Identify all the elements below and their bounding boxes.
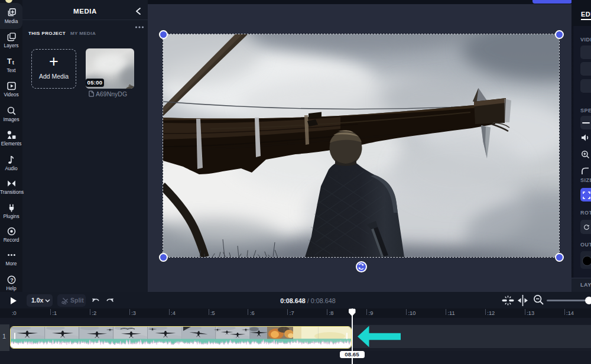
svg-text:t: t [12,59,14,66]
svg-text:?: ? [10,277,14,283]
svg-text:T: T [7,57,12,66]
